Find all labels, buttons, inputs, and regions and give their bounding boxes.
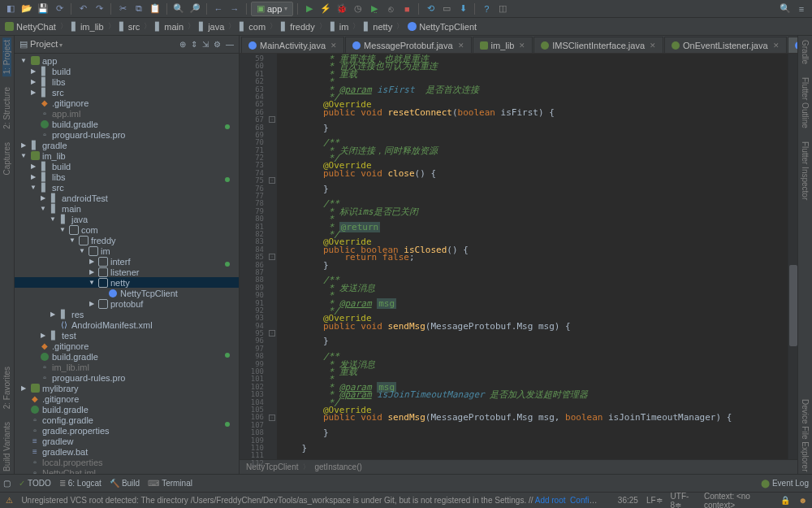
find-icon[interactable]: 🔍 — [171, 2, 186, 16]
tool-favorites[interactable]: 2: Favorites — [2, 364, 11, 411]
tool-terminal[interactable]: ⌨Terminal — [148, 479, 192, 488]
tool-build[interactable]: 🔨Build — [110, 479, 140, 488]
tree-item-libs[interactable]: ▶▋libs — [15, 76, 239, 87]
crumb-src[interactable]: ▋src — [119, 22, 140, 32]
avd-icon[interactable]: ▭ — [439, 2, 454, 16]
run-icon[interactable]: ▶ — [302, 2, 317, 16]
tab-IMSClientInterface-java[interactable]: IMSClientInterface.java✕ — [533, 37, 663, 53]
crumb-com[interactable]: ▋com — [240, 22, 266, 32]
fold-toggle[interactable]: - — [269, 116, 275, 123]
close-tab-icon[interactable]: ✕ — [458, 41, 464, 50]
tree-item-build-gradle[interactable]: build.gradle — [15, 351, 239, 362]
debug-icon[interactable]: 🐞 — [335, 2, 349, 16]
tree-item-androidTest[interactable]: ▶▋androidTest — [15, 193, 239, 203]
save-icon[interactable]: 💾 — [36, 2, 50, 16]
fold-toggle[interactable]: - — [269, 254, 275, 260]
close-tab-icon[interactable]: ✕ — [330, 41, 337, 50]
tree-item-proguard-rules-pro[interactable]: ▫proguard-rules.pro — [15, 129, 239, 140]
profile-icon[interactable]: ◷ — [351, 2, 365, 16]
tool-quick-access[interactable]: ▢ — [3, 479, 11, 488]
tree-item-im[interactable]: ▼im — [15, 245, 239, 256]
tool-captures[interactable]: Captures — [2, 140, 11, 178]
tree-item-mylibrary[interactable]: ▶mylibrary — [15, 383, 239, 393]
status-configure[interactable]: Configure — [570, 496, 602, 505]
crumb-freddy[interactable]: ▋freddy — [281, 22, 315, 32]
close-tab-icon[interactable]: ✕ — [650, 41, 656, 50]
android-icon[interactable]: ◧ — [3, 2, 18, 16]
tree-item-AndroidManifest-xml[interactable]: ⟨⟩AndroidManifest.xml — [15, 319, 239, 330]
paste-icon[interactable]: 📋 — [148, 2, 162, 16]
tree-item-local-properties[interactable]: ▫local.properties — [15, 457, 239, 467]
tool-todo[interactable]: ✓TODO — [19, 479, 51, 488]
tool-gradle[interactable]: Gradle — [801, 37, 810, 67]
tab-MessageProtobuf-java[interactable]: MessageProtobuf.java✕ — [345, 37, 471, 53]
attach-debugger-icon[interactable]: ⎋ — [383, 2, 398, 16]
cut-icon[interactable]: ✂ — [115, 2, 130, 16]
crumb-main[interactable]: ▋main — [155, 22, 184, 32]
tool-logcat[interactable]: ≣6: Logcat — [59, 479, 102, 488]
tree-item-test[interactable]: ▶▋test — [15, 330, 239, 341]
sdk-icon[interactable]: ⬇ — [456, 2, 470, 16]
tree-item-build[interactable]: ▶▋build — [15, 161, 239, 172]
undo-icon[interactable]: ↶ — [76, 2, 90, 16]
tree-item-gradle[interactable]: ▶▋gradle — [15, 140, 239, 150]
tool-flutter-inspector[interactable]: Flutter Inspector — [801, 139, 810, 202]
code-editor[interactable]: * 重置连接，也就是重连 * 首次连接也可认为是重连 * 重载 * * @par… — [277, 54, 788, 459]
run-config-combo[interactable]: ▣app▾ — [251, 2, 293, 16]
project-tree[interactable]: ▼app▶▋build▶▋libs▶▋src◆.gitignore▫app.im… — [15, 54, 239, 474]
status-caret-pos[interactable]: 36:25 — [618, 496, 638, 505]
replace-icon[interactable]: 🔎 — [188, 2, 202, 16]
tree-item-java[interactable]: ▼▋java — [15, 214, 239, 224]
tree-item--gitignore[interactable]: ◆.gitignore — [15, 98, 239, 108]
tree-item-com[interactable]: ▼com — [15, 224, 239, 235]
status-line-sep[interactable]: LF≑ — [646, 496, 663, 505]
fold-toggle[interactable]: - — [269, 330, 275, 336]
coverage-icon[interactable]: ▶̤ — [367, 2, 382, 16]
tree-item-config-gradle[interactable]: ▫config.gradle — [15, 415, 239, 425]
tool-project[interactable]: 1: Project — [2, 37, 11, 76]
expand-icon[interactable]: ⇕ — [191, 40, 197, 49]
lock-icon[interactable]: 🔒 — [780, 496, 790, 506]
tree-item--gitignore[interactable]: ◆.gitignore — [15, 393, 239, 404]
crumb-java[interactable]: ▋java — [199, 22, 224, 32]
gutter[interactable]: 5960616263646566676869707172737475767778… — [240, 54, 267, 459]
back-icon[interactable]: ← — [211, 2, 226, 16]
tab-im-lib[interactable]: im_lib✕ — [473, 37, 533, 53]
tree-item-build-gradle[interactable]: build.gradle — [15, 404, 239, 415]
tree-item-res[interactable]: ▶▋res — [15, 309, 239, 319]
tree-item-NettyTcpClient[interactable]: NettyTcpClient — [15, 288, 239, 298]
crumb-root[interactable]: NettyChat — [5, 22, 56, 32]
tree-item-main[interactable]: ▼▋main — [15, 203, 239, 214]
status-encoding[interactable]: UTF-8≑ — [671, 492, 696, 509]
sync-icon[interactable]: ⟲ — [423, 2, 438, 16]
hide-icon[interactable]: — — [226, 40, 234, 49]
tree-item-interf[interactable]: ▶interf — [15, 256, 239, 267]
tool-structure[interactable]: 2: Structure — [2, 85, 11, 132]
settings-icon[interactable]: ≡ — [794, 2, 809, 16]
tree-item-gradlew[interactable]: ≡gradlew — [15, 436, 239, 446]
fold-column[interactable]: ----- — [267, 54, 277, 459]
tree-item-build-gradle[interactable]: build.gradle — [15, 119, 239, 129]
copy-icon[interactable]: ⧉ — [132, 2, 146, 16]
tree-item-app-iml[interactable]: ▫app.iml — [15, 108, 239, 119]
status-context[interactable]: Context: <no context> — [704, 492, 773, 509]
minimap[interactable] — [788, 54, 797, 459]
tree-item-listener[interactable]: ▶listener — [15, 267, 239, 277]
tree-item-im-lib-iml[interactable]: ▫im_lib.iml — [15, 362, 239, 372]
tree-item-build[interactable]: ▶▋build — [15, 66, 239, 76]
tab-OnEventListener-java[interactable]: OnEventListener.java✕ — [664, 37, 787, 53]
tree-item-gradle-properties[interactable]: ▫gradle.properties — [15, 425, 239, 436]
tree-item-app[interactable]: ▼app — [15, 55, 239, 66]
tool-event-log[interactable]: ⬤Event Log — [761, 479, 809, 488]
tree-item-libs[interactable]: ▶▋libs — [15, 172, 239, 182]
crumb-imlib[interactable]: ▋im_lib — [71, 22, 104, 32]
tree-item-protobuf[interactable]: ▶protobuf — [15, 298, 239, 309]
tree-item-freddy[interactable]: ▼freddy — [15, 235, 239, 245]
crumb-netty[interactable]: ▋netty — [364, 22, 392, 32]
crumb-method-footer[interactable]: getInstance() — [314, 462, 361, 471]
crumb-im[interactable]: ▋im — [330, 22, 349, 32]
tool-build-variants[interactable]: Build Variants — [2, 419, 11, 474]
forward-icon[interactable]: → — [227, 2, 242, 16]
warning-icon[interactable]: ⚠ — [5, 496, 13, 506]
stop-icon[interactable]: ■ — [400, 2, 414, 16]
